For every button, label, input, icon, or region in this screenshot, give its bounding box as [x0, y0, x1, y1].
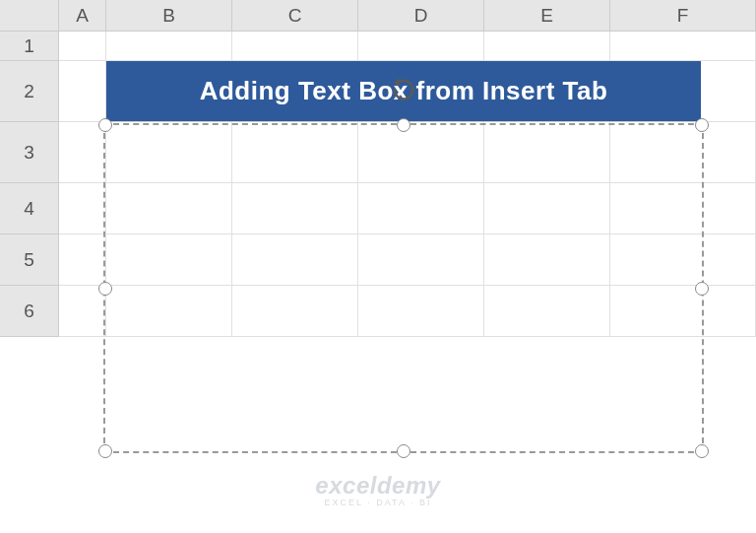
row-header-3[interactable]: 3: [0, 122, 59, 183]
watermark-sub: EXCEL · DATA · BI: [315, 498, 440, 507]
column-header-c[interactable]: C: [232, 0, 358, 32]
cell[interactable]: [59, 61, 106, 122]
resize-handle-nw[interactable]: [98, 118, 112, 132]
resize-handle-sw[interactable]: [98, 444, 112, 458]
resize-handle-s[interactable]: [397, 444, 410, 458]
row-header-6[interactable]: 6: [0, 286, 59, 337]
cell[interactable]: [59, 234, 106, 286]
cell[interactable]: [232, 32, 358, 61]
textbox-shape[interactable]: [103, 123, 704, 453]
column-header-d[interactable]: D: [358, 0, 484, 32]
resize-handle-ne[interactable]: [695, 118, 709, 132]
watermark: exceldemy EXCEL · DATA · BI: [315, 472, 440, 507]
rotate-handle[interactable]: [390, 76, 417, 103]
row-headers: 123456: [0, 32, 59, 337]
row-header-4[interactable]: 4: [0, 183, 59, 234]
column-header-b[interactable]: B: [106, 0, 232, 32]
cell[interactable]: [59, 32, 106, 61]
cell[interactable]: [59, 122, 106, 183]
row-header-1[interactable]: 1: [0, 32, 59, 61]
cell[interactable]: [484, 32, 610, 61]
row-header-2[interactable]: 2: [0, 61, 59, 122]
resize-handle-n[interactable]: [397, 118, 410, 132]
resize-handle-se[interactable]: [695, 444, 709, 458]
cell[interactable]: [610, 32, 756, 61]
spreadsheet: ABCDEF 123456 Adding Text Box from Inser…: [0, 0, 756, 533]
rotate-icon: [390, 76, 417, 103]
cell[interactable]: [358, 32, 484, 61]
column-headers: ABCDEF: [59, 0, 756, 32]
resize-handle-e[interactable]: [695, 282, 709, 296]
resize-handle-w[interactable]: [98, 282, 112, 296]
select-all-corner[interactable]: [0, 0, 59, 32]
column-header-f[interactable]: F: [610, 0, 756, 32]
column-header-e[interactable]: E: [484, 0, 610, 32]
cell[interactable]: [106, 32, 232, 61]
watermark-main: exceldemy: [315, 472, 440, 500]
column-header-a[interactable]: A: [59, 0, 106, 32]
cell[interactable]: [59, 286, 106, 337]
row-header-5[interactable]: 5: [0, 234, 59, 286]
cell[interactable]: [59, 183, 106, 234]
